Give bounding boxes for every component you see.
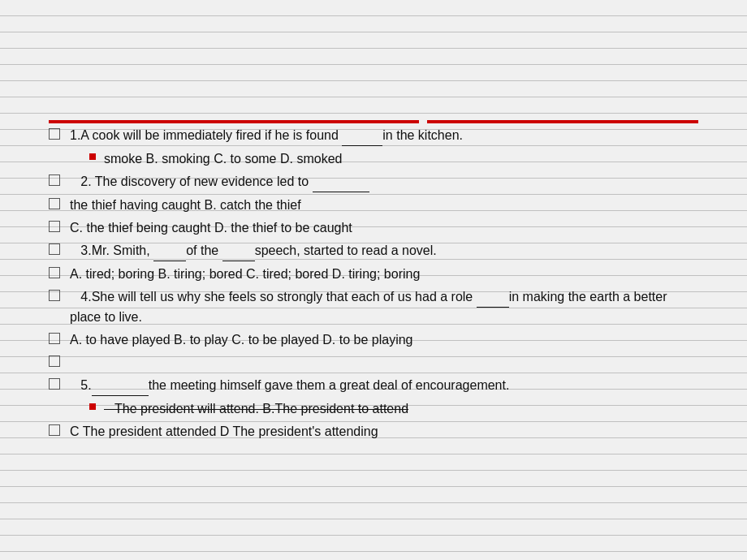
question-3-opts-text: A. tired; boring B. tiring; bored C. tir… — [70, 265, 698, 284]
question-2: 2. The discovery of new evidence led to — [49, 172, 698, 192]
question-5: 5. the meeting himself gave them a great… — [49, 376, 698, 396]
blank-q3b — [222, 241, 255, 261]
question-3-opts: A. tired; boring B. tiring; bored C. tir… — [49, 265, 698, 284]
checkbox-q2b[interactable] — [49, 221, 60, 232]
question-5-text: 5. the meeting himself gave them a great… — [70, 376, 698, 396]
blank-q5 — [92, 376, 149, 396]
question-2-opt-b-text: C. the thief being caught D. the thief t… — [70, 218, 698, 238]
list-item-spacer — [49, 353, 698, 373]
question-2-text: 2. The discovery of new evidence led to — [70, 172, 698, 192]
question-2-opt-b: C. the thief being caught D. the thief t… — [49, 218, 698, 238]
sub-item-q1-text: smoke B. smoking C. to some D. smoked — [104, 149, 342, 169]
list-item: 1.A cook will be immediately fired if he… — [49, 126, 698, 169]
list-item: the thief having caught B. catch the thi… — [49, 196, 698, 215]
spacer-item — [49, 353, 698, 373]
sub-item-q5: The president will attend. B.The preside… — [89, 399, 698, 419]
checkbox-q1[interactable] — [49, 128, 60, 140]
checkbox-q4-opts[interactable] — [49, 333, 60, 344]
question-3: 3.Mr. Smith, of the speech, started to r… — [49, 241, 698, 261]
sub-item-q1: smoke B. smoking C. to some D. smoked — [89, 149, 698, 169]
sub-item-q5-text: The president will attend. B.The preside… — [104, 399, 408, 419]
checkbox-q2a[interactable] — [49, 198, 60, 209]
question-4-opts-text: A. to have played B. to play C. to be pl… — [70, 330, 698, 350]
question-4-opts: A. to have played B. to play C. to be pl… — [49, 330, 698, 350]
blank-q3a — [153, 241, 186, 261]
question-4-text: 4.She will tell us why she feels so stro… — [70, 287, 698, 327]
question-2-opt-a: the thief having caught B. catch the thi… — [49, 196, 698, 215]
bullet-q1 — [89, 153, 96, 160]
questions-list: 1.A cook will be immediately fired if he… — [49, 126, 698, 442]
blank-q2 — [313, 172, 369, 192]
list-item: C. the thief being caught D. the thief t… — [49, 218, 698, 238]
list-item: 2. The discovery of new evidence led to — [49, 172, 698, 192]
checkbox-q5-opts[interactable] — [49, 424, 60, 436]
spacer-text — [70, 353, 698, 373]
blank-q4 — [477, 287, 509, 308]
list-item: 3.Mr. Smith, of the speech, started to r… — [49, 241, 698, 261]
list-item: 4.She will tell us why she feels so stro… — [49, 287, 698, 327]
question-1-text: 1.A cook will be immediately fired if he… — [70, 126, 698, 146]
checkbox-q3-opts[interactable] — [49, 267, 60, 278]
checkbox-q5[interactable] — [49, 378, 60, 390]
checkbox-q4[interactable] — [49, 290, 60, 301]
list-item: A. tired; boring B. tiring; bored C. tir… — [49, 265, 698, 284]
question-5-opts: C The president attended D The president… — [49, 422, 698, 442]
list-item: C The president attended D The president… — [49, 422, 698, 442]
list-item: 5. the meeting himself gave them a great… — [49, 376, 698, 419]
question-5-opts-text: C The president attended D The president… — [70, 422, 698, 442]
list-item: A. to have played B. to play C. to be pl… — [49, 330, 698, 350]
checkbox-spacer[interactable] — [49, 355, 60, 367]
question-1: 1.A cook will be immediately fired if he… — [49, 126, 698, 146]
question-2-opt-a-text: the thief having caught B. catch the thi… — [70, 196, 698, 215]
question-4: 4.She will tell us why she feels so stro… — [49, 287, 698, 327]
bullet-q5 — [89, 403, 96, 410]
question-3-text: 3.Mr. Smith, of the speech, started to r… — [70, 241, 698, 261]
checkbox-q2[interactable] — [49, 174, 60, 186]
content-area: 1.A cook will be immediately fired if he… — [0, 0, 747, 461]
checkbox-q3[interactable] — [49, 243, 60, 255]
blank-q1 — [342, 126, 382, 146]
